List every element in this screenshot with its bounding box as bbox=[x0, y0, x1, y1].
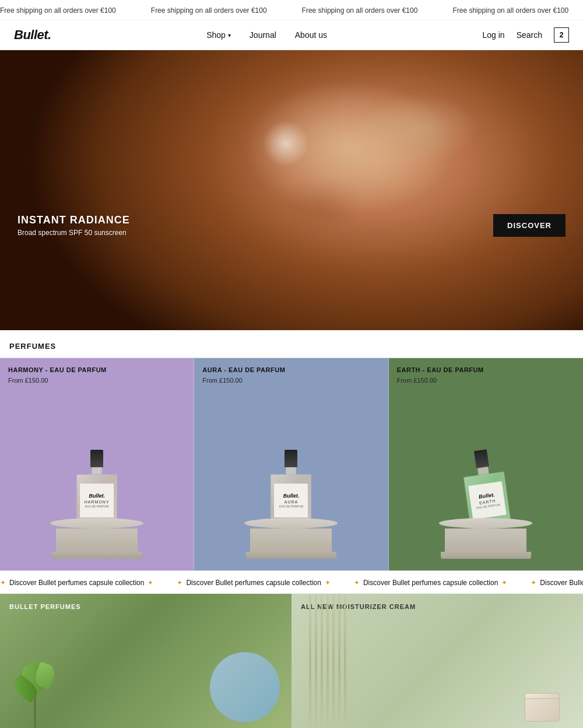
perfume-visual-earth: Bullet. EARTH EAU DE PARFUM bbox=[389, 384, 583, 570]
discover-item[interactable]: ✦ Discover Bullet perfumes capsule colle… bbox=[0, 579, 153, 587]
perfume-card-aura[interactable]: AURA - EAU DE PARFUM From £150.00 Bullet… bbox=[194, 358, 388, 570]
bottle-detail: EAU DE PARFUM bbox=[279, 505, 303, 508]
perfume-visual-aura: Bullet. AURA EAU DE PARFUM bbox=[194, 384, 388, 570]
star-icon: ✦ bbox=[0, 579, 6, 587]
bottom-card-perfumes[interactable]: BULLET PERFUMES bbox=[0, 594, 292, 728]
bottle-label: Bullet. EARTH EAU DE PARFUM bbox=[468, 481, 507, 520]
perfume-price-harmony: From £150.00 bbox=[8, 377, 185, 384]
bottle-cap bbox=[90, 450, 103, 467]
hero-section: INSTANT RADIANCE Broad spectrum SPF 50 s… bbox=[0, 50, 583, 330]
discover-item[interactable]: ✦ Discover Bullet perfumes capsule colle… bbox=[354, 579, 507, 587]
discover-bar-inner: ✦ Discover Bullet perfumes capsule colle… bbox=[0, 579, 583, 587]
perfume-name-harmony: HARMONY - EAU DE PARFUM bbox=[8, 366, 185, 373]
cart-button[interactable]: 2 bbox=[554, 27, 569, 43]
site-logo[interactable]: Bullet. bbox=[14, 27, 51, 43]
hero-cta-button[interactable]: DISCOVER bbox=[493, 214, 566, 237]
bottle-cap bbox=[474, 449, 489, 468]
star-icon: ✦ bbox=[325, 579, 331, 587]
nav-item-about[interactable]: About us bbox=[295, 30, 327, 40]
nav-item-journal[interactable]: Journal bbox=[250, 30, 276, 40]
star-icon: ✦ bbox=[177, 579, 182, 587]
nav-item-shop[interactable]: Shop ▾ bbox=[206, 30, 231, 40]
main-nav: Shop ▾ Journal About us bbox=[206, 30, 327, 40]
hero-image bbox=[0, 50, 583, 330]
bottle-aura: Bullet. AURA EAU DE PARFUM bbox=[271, 450, 311, 527]
perfume-info-earth: EARTH - EAU DE PARFUM From £150.00 bbox=[389, 358, 583, 384]
star-icon: ✦ bbox=[147, 579, 153, 587]
search-button[interactable]: Search bbox=[517, 30, 542, 40]
perfumes-section-title: PERFUMES bbox=[0, 342, 583, 358]
hero-title: INSTANT RADIANCE bbox=[17, 214, 130, 226]
chevron-down-icon: ▾ bbox=[228, 32, 231, 38]
bottle-earth: Bullet. EARTH EAU DE PARFUM bbox=[460, 447, 511, 529]
bottle-harmony: Bullet. HARMONY EAU DE PARFUM bbox=[76, 450, 117, 527]
bottom-card-perfumes-label: BULLET PERFUMES bbox=[9, 603, 81, 610]
bottle-brand: Bullet. bbox=[283, 493, 300, 499]
perfumes-section: PERFUMES HARMONY - EAU DE PARFUM From £1… bbox=[0, 330, 583, 570]
perfumes-grid: HARMONY - EAU DE PARFUM From £150.00 Bul… bbox=[0, 358, 583, 570]
bottom-grid: BULLET PERFUMES ALL NEW MOISTURIZER CREA… bbox=[0, 594, 583, 728]
star-icon: ✦ bbox=[354, 579, 360, 587]
plant-decoration bbox=[12, 652, 58, 728]
circle-decoration bbox=[210, 652, 280, 722]
bottom-card-moisturizer[interactable]: ALL NEW MOISTURIZER CREAM bbox=[292, 594, 583, 728]
announcement-bar-inner: Free shipping on all orders over €100 Fr… bbox=[0, 6, 583, 15]
hero-text-block: INSTANT RADIANCE Broad spectrum SPF 50 s… bbox=[17, 214, 130, 237]
bottle-brand: Bullet. bbox=[89, 493, 105, 499]
star-icon: ✦ bbox=[501, 579, 507, 587]
star-icon: ✦ bbox=[531, 579, 536, 587]
bottle-label: Bullet. HARMONY EAU DE PARFUM bbox=[80, 484, 114, 517]
bottle-neck bbox=[92, 467, 102, 474]
perfume-price-aura: From £150.00 bbox=[202, 377, 380, 384]
perfume-info-harmony: HARMONY - EAU DE PARFUM From £150.00 bbox=[0, 358, 194, 384]
discover-bar: ✦ Discover Bullet perfumes capsule colle… bbox=[0, 570, 583, 594]
bottle-neck bbox=[286, 467, 296, 474]
announcement-item: Free shipping on all orders over €100 bbox=[151, 6, 267, 15]
announcement-bar: Free shipping on all orders over €100 Fr… bbox=[0, 0, 583, 20]
discover-item[interactable]: ✦ Discover Bullet perfumes capsule colle… bbox=[177, 579, 330, 587]
hero-subtitle: Broad spectrum SPF 50 sunscreen bbox=[17, 229, 130, 237]
bottle-label: Bullet. AURA EAU DE PARFUM bbox=[274, 484, 308, 517]
perfume-price-earth: From £150.00 bbox=[397, 377, 575, 384]
announcement-item: Free shipping on all orders over €100 bbox=[302, 6, 418, 15]
perfume-name-aura: AURA - EAU DE PARFUM bbox=[202, 366, 380, 373]
perfume-card-harmony[interactable]: HARMONY - EAU DE PARFUM From £150.00 Bul… bbox=[0, 358, 194, 570]
perfume-name-earth: EARTH - EAU DE PARFUM bbox=[397, 366, 575, 373]
pedestal-harmony bbox=[50, 518, 143, 559]
announcement-item: Free shipping on all orders over €100 bbox=[452, 6, 568, 15]
login-button[interactable]: Log in bbox=[482, 30, 504, 40]
perfume-card-earth[interactable]: EARTH - EAU DE PARFUM From £150.00 Bulle… bbox=[389, 358, 583, 570]
header-actions: Log in Search 2 bbox=[482, 27, 569, 43]
bottle-scent: AURA bbox=[285, 500, 298, 504]
discover-item[interactable]: ✦ Discover Bullet perfumes capsule colle… bbox=[531, 579, 583, 587]
announcement-item: Free shipping on all orders over €100 bbox=[0, 6, 116, 15]
bottle-detail: EAU DE PARFUM bbox=[85, 505, 109, 508]
bottle-cap bbox=[285, 450, 297, 467]
pedestal-aura bbox=[244, 518, 338, 559]
perfume-info-aura: AURA - EAU DE PARFUM From £150.00 bbox=[194, 358, 388, 384]
bottle-scent: HARMONY bbox=[85, 500, 110, 504]
pedestal-earth bbox=[439, 518, 532, 559]
site-header: Bullet. Shop ▾ Journal About us Log in S… bbox=[0, 20, 583, 50]
cream-product bbox=[525, 693, 571, 728]
perfume-visual-harmony: Bullet. HARMONY EAU DE PARFUM bbox=[0, 384, 194, 570]
